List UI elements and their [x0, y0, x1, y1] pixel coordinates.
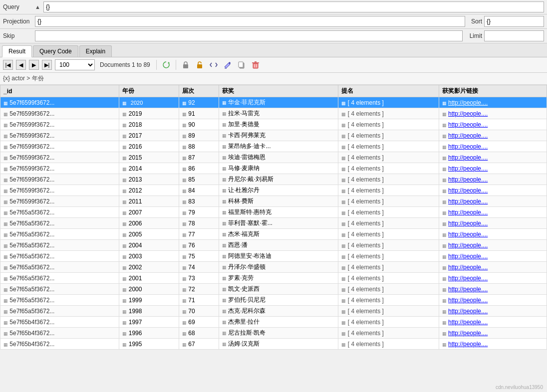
- cell-link[interactable]: ▦ http://people....: [439, 295, 547, 306]
- table-row[interactable]: ▦ 5e7f65a5f3672...▦ 2000▦ 72▦ 凯文·史派西▩ [ …: [0, 284, 547, 295]
- cell-link[interactable]: ▦ http://people....: [439, 218, 547, 229]
- cell-link[interactable]: ▦ http://people....: [439, 152, 547, 163]
- cell-nominated: ▩ [ 4 elements ]: [338, 163, 439, 174]
- nav-last-button[interactable]: ▶|: [42, 60, 52, 70]
- cell-nominated: ▩ [ 4 elements ]: [338, 317, 439, 328]
- cell-link[interactable]: ▦ http://people....: [439, 130, 547, 141]
- result-toolbar: |◀ ◀ ▶ ▶| 100 50 200 Documents 1 to 89: [0, 57, 547, 73]
- table-row[interactable]: ▦ 5e7f65b4f3672...▦ 1995▦ 67▦ 汤姆·汉克斯▩ [ …: [0, 339, 547, 350]
- nav-first-button[interactable]: |◀: [3, 60, 13, 70]
- nav-prev-button[interactable]: ◀: [16, 60, 26, 70]
- edit-icon[interactable]: [222, 59, 233, 70]
- cell-session: ▦ 85: [179, 174, 219, 185]
- col-header-year[interactable]: 年份: [119, 85, 179, 97]
- table-row[interactable]: ▦ 5e7f6599f3672...▦ 2018▦ 90▦ 加里·奥德曼▩ [ …: [0, 119, 547, 130]
- tab-result[interactable]: Result: [2, 45, 32, 57]
- sort-input[interactable]: [484, 16, 544, 27]
- cell-nominated: ▩ [ 4 elements ]: [338, 251, 439, 262]
- cell-year: ▦ 2004: [119, 240, 179, 251]
- cell-winner: ▦ 华金·菲尼克斯: [219, 97, 338, 108]
- table-row[interactable]: ▦ 5e7f65a5f3672...▦ 1998▦ 70▦ 杰克·尼科尔森▩ […: [0, 306, 547, 317]
- cell-link[interactable]: ▦ http://people....: [439, 207, 547, 218]
- cell-nominated: ▩ [ 4 elements ]: [338, 284, 439, 295]
- table-row[interactable]: ▦ 5e7f6599f3672...▦ 2015▦ 87▦ 埃迪·雷德梅恩▩ […: [0, 152, 547, 163]
- table-row[interactable]: ▦ 5e7f65a5f3672...▦ 2003▦ 75▦ 阿德里安·布洛迪▩ …: [0, 251, 547, 262]
- code-icon[interactable]: [208, 59, 219, 70]
- table-row[interactable]: ▦ 5e7f65a5f3672...▦ 2004▦ 76▦ 西恩·潘▩ [ 4 …: [0, 240, 547, 251]
- table-row[interactable]: ▦ 5e7f6599f3672...▦ 2013▦ 85▦ 丹尼尔·戴·刘易斯▩…: [0, 174, 547, 185]
- cell-link[interactable]: ▦ http://people....: [439, 196, 547, 207]
- cell-link[interactable]: ▦ http://people....: [439, 273, 547, 284]
- table-row[interactable]: ▦ 5e7f6599f3672...▦ 2016▦ 88▦ 莱昂纳多·迪卡...…: [0, 141, 547, 152]
- cell-link[interactable]: ▦ http://people....: [439, 262, 547, 273]
- tab-explain[interactable]: Explain: [79, 45, 112, 57]
- limit-input[interactable]: [484, 30, 544, 41]
- col-header-id[interactable]: _id: [0, 85, 119, 97]
- table-row[interactable]: ▦ 5e7f6599f3672...▦ 2012▦ 84▦ 让·杜雅尔丹▩ [ …: [0, 185, 547, 196]
- cell-year: ▦ 2012: [119, 185, 179, 196]
- cell-link[interactable]: ▦ http://people....: [439, 240, 547, 251]
- page-size-select[interactable]: 100 50 200: [55, 59, 95, 70]
- table-row[interactable]: ▦ 5e7f6599f3672...▦ 2011▦ 83▦ 科林·费斯▩ [ 4…: [0, 196, 547, 207]
- cell-year: ▦ 2005: [119, 229, 179, 240]
- cell-id: ▦ 5e7f65a5f3672...: [0, 284, 119, 295]
- cell-nominated: ▩ [ 4 elements ]: [338, 196, 439, 207]
- refresh-icon[interactable]: [161, 59, 172, 70]
- cell-link[interactable]: ▦ http://people....: [439, 251, 547, 262]
- table-row[interactable]: ▦ 5e7f6599f3672...▦ 2014▦ 86▦ 马修·麦康纳▩ [ …: [0, 163, 547, 174]
- table-row[interactable]: ▦ 5e7f65a5f3672...▦ 2002▦ 74▦ 丹泽尔·华盛顿▩ […: [0, 262, 547, 273]
- table-row[interactable]: ▦ 5e7f65b4f3672...▦ 1997▦ 69▦ 杰弗里·拉什▩ [ …: [0, 317, 547, 328]
- table-row[interactable]: ▦ 5e7f65a5f3672...▦ 2007▦ 79▦ 福里斯特·惠特克▩ …: [0, 207, 547, 218]
- cell-id: ▦ 5e7f6599f3672...: [0, 196, 119, 207]
- table-row[interactable]: ▦ 5e7f65a5f3672...▦ 2001▦ 73▦ 罗素·克劳▩ [ 4…: [0, 273, 547, 284]
- table-row[interactable]: ▦ 5e7f65a5f3672...▦ 2005▦ 77▦ 杰米·福克斯▩ [ …: [0, 229, 547, 240]
- cell-nominated: ▩ [ 4 elements ]: [338, 152, 439, 163]
- col-header-session[interactable]: 届次: [179, 85, 219, 97]
- col-header-link[interactable]: 获奖影片链接: [439, 85, 547, 97]
- cell-winner: ▦ 西恩·潘: [219, 240, 338, 251]
- col-header-winner[interactable]: 获奖: [219, 85, 338, 97]
- toolbar-separator-1: [156, 60, 157, 70]
- nav-next-button[interactable]: ▶: [29, 60, 39, 70]
- cell-nominated: ▩ [ 4 elements ]: [338, 262, 439, 273]
- cell-year: ▦ 2006: [119, 218, 179, 229]
- cell-year: ▦ 2015: [119, 152, 179, 163]
- table-row[interactable]: ▦ 5e7f6599f3672...▦ 2019▦ 91▦ 拉米·马雷克▩ [ …: [0, 108, 547, 119]
- skip-input[interactable]: [35, 30, 463, 41]
- tab-query-code[interactable]: Query Code: [33, 45, 78, 57]
- cell-link[interactable]: ▦ http://people....: [439, 97, 547, 108]
- cell-link[interactable]: ▦ http://people....: [439, 185, 547, 196]
- table-row[interactable]: ▦ 5e7f65a5f3672...▦ 2006▦ 78▦ 菲利普·塞默·霍..…: [0, 218, 547, 229]
- query-label: Query: [3, 3, 33, 10]
- watermark: cdn.neviluohua13950: [496, 385, 543, 387]
- cell-link[interactable]: ▦ http://people....: [439, 339, 547, 350]
- cell-link[interactable]: ▦ http://people....: [439, 174, 547, 185]
- table-row[interactable]: ▦ 5e7f6599f3672...▦ 2017▦ 89▦ 卡西·阿弗莱克▩ […: [0, 130, 547, 141]
- cell-link[interactable]: ▦ http://people....: [439, 284, 547, 295]
- table-row[interactable]: ▦ 5e7f65b4f3672...▦ 1996▦ 68▦ 尼古拉斯·凯奇▩ […: [0, 328, 547, 339]
- table-wrapper[interactable]: _id 年份 届次 获奖 提名 获奖影片链接 ▦ 5e7f6599f3672..…: [0, 85, 547, 387]
- cell-winner: ▦ 埃迪·雷德梅恩: [219, 152, 338, 163]
- cell-link[interactable]: ▦ http://people....: [439, 229, 547, 240]
- table-row[interactable]: ▦ 5e7f65a5f3672...▦ 1999▦ 71▦ 罗伯托·贝尼尼▩ […: [0, 295, 547, 306]
- cell-id: ▦ 5e7f65a5f3672...: [0, 273, 119, 284]
- cell-link[interactable]: ▦ http://people....: [439, 328, 547, 339]
- delete-icon[interactable]: [250, 59, 261, 70]
- unlock-icon[interactable]: [194, 59, 205, 70]
- cell-link[interactable]: ▦ http://people....: [439, 119, 547, 130]
- cell-id: ▦ 5e7f6599f3672...: [0, 97, 119, 108]
- cell-link[interactable]: ▦ http://people....: [439, 306, 547, 317]
- table-row[interactable]: ▦ 5e7f6599f3672...▦ 2020▦ 92▦ 华金·菲尼克斯▩ […: [0, 97, 547, 108]
- cell-link[interactable]: ▦ http://people....: [439, 163, 547, 174]
- projection-input[interactable]: [35, 16, 465, 27]
- cell-link[interactable]: ▦ http://people....: [439, 141, 547, 152]
- cell-link[interactable]: ▦ http://people....: [439, 317, 547, 328]
- query-input[interactable]: [43, 1, 544, 12]
- col-header-nominated[interactable]: 提名: [338, 85, 439, 97]
- doc-count-label: Documents 1 to 89: [100, 61, 150, 68]
- cell-link[interactable]: ▦ http://people....: [439, 108, 547, 119]
- lock-icon[interactable]: [180, 59, 191, 70]
- cell-nominated: ▩ [ 4 elements ]: [338, 240, 439, 251]
- copy-icon[interactable]: [236, 59, 247, 70]
- cell-session: ▦ 75: [179, 251, 219, 262]
